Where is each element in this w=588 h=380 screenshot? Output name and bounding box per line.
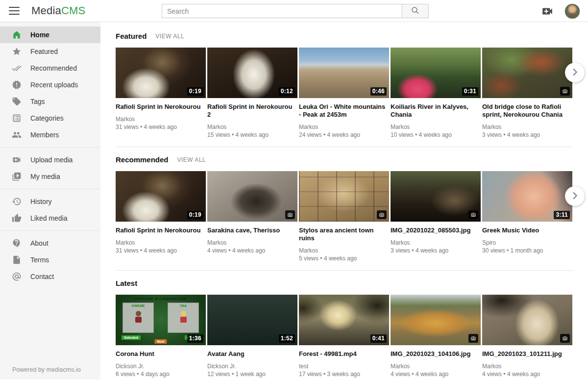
media-card[interactable]: Stylos area ancient town ruinsMarkos5 vi… — [299, 171, 389, 262]
camera-icon — [560, 334, 570, 343]
media-title[interactable]: Koiliaris River in Kalyves, Chania — [391, 103, 481, 119]
media-thumbnail[interactable]: CHOOSE A CHARACTERKWAMEYAASelectedNextSe… — [116, 295, 206, 345]
new-releases-icon — [12, 80, 22, 90]
media-thumbnail[interactable] — [207, 171, 297, 222]
media-title[interactable]: Avatar Aang — [207, 350, 297, 358]
sidebar-item-liked-media[interactable]: Liked media — [0, 210, 100, 227]
media-author[interactable]: Dickson Jr. — [116, 362, 206, 370]
sidebar-item-label: Categories — [30, 114, 64, 122]
media-title[interactable]: IMG_20201023_101211.jpg — [482, 350, 572, 358]
media-thumbnail[interactable]: 0:19 — [116, 48, 206, 98]
search-input[interactable] — [162, 4, 402, 18]
media-card[interactable]: Sarakina cave, TherissoMarkos4 views • 4… — [207, 171, 297, 262]
sidebar-item-recommended[interactable]: Recommended — [0, 60, 100, 76]
sidebar-item-terms[interactable]: Terms — [0, 252, 100, 268]
media-author[interactable]: Markos — [482, 123, 572, 131]
media-card[interactable]: CHOOSE A CHARACTERKWAMEYAASelectedNextSe… — [116, 295, 206, 378]
sidebar-item-recent-uploads[interactable]: Recent uploads — [0, 76, 100, 93]
sidebar-item-my-media[interactable]: My media — [0, 168, 100, 185]
media-thumbnail[interactable] — [482, 48, 572, 98]
media-author[interactable]: test — [299, 362, 389, 370]
media-author[interactable]: Markos — [299, 247, 389, 254]
sidebar-item-featured[interactable]: Featured — [0, 43, 100, 60]
media-thumbnail[interactable]: 0:46 — [299, 48, 389, 98]
history-icon — [12, 197, 22, 206]
chevron-right-icon — [569, 190, 580, 203]
media-card[interactable]: IMG_20201023_101211.jpgMarkos4 views • 4… — [482, 295, 572, 378]
media-thumbnail[interactable] — [299, 171, 389, 222]
media-thumbnail[interactable]: 0:12 — [207, 48, 297, 98]
view-all-link[interactable]: VIEW ALL — [155, 33, 184, 40]
duration-badge: 0:19 — [187, 87, 203, 96]
carousel-next-button[interactable] — [565, 186, 585, 206]
media-thumbnail[interactable]: 0:19 — [116, 171, 206, 222]
media-thumbnail[interactable]: 0:31 — [391, 48, 481, 98]
user-avatar[interactable] — [564, 3, 580, 19]
media-thumbnail[interactable] — [391, 171, 481, 222]
media-title[interactable]: IMG_20201023_104106.jpg — [391, 350, 481, 358]
media-card[interactable]: 0:41Forest - 49981.mp4test17 views • 3 w… — [299, 295, 389, 378]
sidebar-item-contact[interactable]: Contact — [0, 268, 100, 285]
video-upload-icon[interactable] — [541, 5, 554, 18]
media-title[interactable]: Forest - 49981.mp4 — [299, 350, 389, 358]
media-card[interactable]: 3:11Greek Music VideoSpiro30 views • 1 m… — [482, 171, 572, 262]
media-meta: 15 views • 4 weeks ago — [207, 131, 297, 139]
media-author[interactable]: Spiro — [482, 239, 572, 247]
media-title[interactable]: Corona Hunt — [116, 350, 206, 358]
view-all-link[interactable]: VIEW ALL — [177, 156, 206, 163]
media-author[interactable]: Markos — [391, 123, 481, 131]
sidebar-item-members[interactable]: Members — [0, 127, 100, 143]
media-author[interactable]: Markos — [207, 239, 297, 247]
media-thumbnail[interactable] — [391, 295, 481, 345]
media-title[interactable]: Rafioli Sprint in Nerokourou 2 — [207, 103, 297, 119]
media-card[interactable]: 0:31Koiliaris River in Kalyves, ChaniaMa… — [391, 48, 481, 139]
media-title[interactable]: Stylos area ancient town ruins — [299, 227, 389, 242]
media-thumbnail[interactable] — [482, 295, 572, 345]
media-author[interactable]: Markos — [482, 362, 572, 370]
media-author[interactable]: Markos — [391, 239, 481, 247]
media-title[interactable]: IMG_20201022_085503.jpg — [391, 227, 481, 234]
media-thumbnail[interactable]: 1:52 — [207, 295, 297, 345]
media-title[interactable]: Greek Music Video — [482, 227, 572, 234]
media-card[interactable]: IMG_20201023_104106.jpgMarkos4 views • 4… — [391, 295, 481, 378]
media-card[interactable]: 0:12Rafioli Sprint in Nerokourou 2Markos… — [207, 48, 297, 139]
media-thumbnail[interactable]: 0:41 — [299, 295, 389, 345]
section-divider — [116, 147, 573, 147]
media-thumbnail[interactable]: 3:11 — [482, 171, 572, 222]
sidebar-item-categories[interactable]: Categories — [0, 110, 100, 127]
media-card[interactable]: 0:19Rafioli Sprint in NerokourouMarkos31… — [116, 171, 206, 262]
media-card[interactable]: Old bridge close to Rafioli sprint, Nero… — [482, 48, 572, 139]
sidebar-item-about[interactable]: About — [0, 235, 100, 252]
media-title[interactable]: Rafioli Sprint in Nerokourou — [116, 227, 206, 234]
media-meta: 24 views • 4 weeks ago — [299, 131, 389, 139]
media-author[interactable]: Markos — [299, 123, 389, 131]
sidebar-divider — [0, 147, 100, 148]
sidebar-item-label: My media — [30, 173, 60, 180]
app-logo[interactable]: MediaCMS — [31, 4, 85, 17]
media-title[interactable]: Leuka Ori - White mountains - Peak at 24… — [299, 103, 389, 119]
media-author[interactable]: Markos — [116, 115, 206, 123]
media-meta: 31 views • 4 weeks ago — [116, 123, 206, 131]
hamburger-menu-icon[interactable] — [9, 7, 20, 15]
media-title[interactable]: Rafioli Sprint in Nerokourou — [116, 103, 206, 111]
sidebar-item-history[interactable]: History — [0, 193, 100, 210]
sidebar-item-tags[interactable]: Tags — [0, 93, 100, 110]
media-author[interactable]: Markos — [116, 239, 206, 247]
media-author[interactable]: Markos — [207, 123, 297, 131]
camera-icon — [560, 87, 570, 96]
media-title[interactable]: Old bridge close to Rafioli sprint, Nero… — [482, 103, 572, 119]
media-card[interactable]: 1:52Avatar AangDickson Jr.12 views • 1 w… — [207, 295, 297, 378]
search-button[interactable] — [402, 4, 429, 18]
topbar-actions — [541, 0, 580, 22]
media-title[interactable]: Sarakina cave, Therisso — [207, 227, 297, 234]
media-card[interactable]: 0:46Leuka Ori - White mountains - Peak a… — [299, 48, 389, 139]
sidebar-item-home[interactable]: Home — [0, 26, 100, 43]
media-card[interactable]: IMG_20201022_085503.jpgMarkos3 views • 4… — [391, 171, 481, 262]
media-card[interactable]: 0:19Rafioli Sprint in NerokourouMarkos31… — [116, 48, 206, 139]
section-featured: FeaturedVIEW ALL0:19Rafioli Sprint in Ne… — [116, 32, 573, 147]
carousel-next-button[interactable] — [565, 63, 585, 82]
sidebar-item-upload-media[interactable]: Upload media — [0, 152, 100, 168]
media-author[interactable]: Dickson Jr. — [207, 362, 297, 370]
media-author[interactable]: Markos — [391, 362, 481, 370]
sidebar-item-label: About — [30, 239, 49, 247]
